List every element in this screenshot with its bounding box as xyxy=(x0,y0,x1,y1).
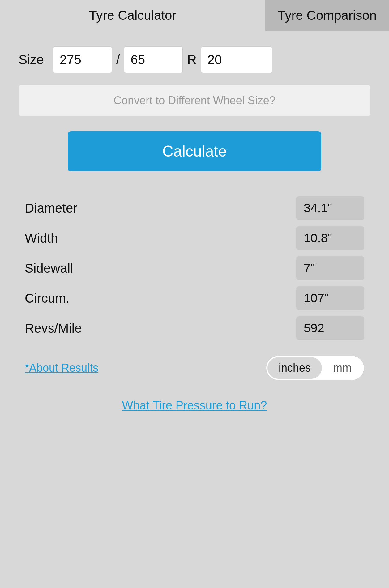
circum-label: Circum. xyxy=(25,291,70,306)
diameter-label: Diameter xyxy=(25,201,77,216)
units-toggle: inches mm xyxy=(266,356,364,380)
units-mm-button[interactable]: mm xyxy=(322,357,363,379)
units-inches-button[interactable]: inches xyxy=(267,357,322,379)
tire-pressure-label: What Tire Pressure to Run? xyxy=(122,399,267,412)
sidewall-value: 7" xyxy=(296,256,364,280)
tire-pressure-link[interactable]: What Tire Pressure to Run? xyxy=(122,399,267,412)
main-content: Size / R Convert to Different Wheel Size… xyxy=(0,31,389,431)
diameter-value: 34.1" xyxy=(296,196,364,220)
result-row-revs: Revs/Mile 592 xyxy=(19,316,370,340)
header-tabs: Tyre Calculator Tyre Comparison xyxy=(0,0,389,31)
result-row-width: Width 10.8" xyxy=(19,226,370,250)
about-results-link[interactable]: *About Results xyxy=(25,361,98,374)
result-row-sidewall: Sidewall 7" xyxy=(19,256,370,280)
size-rim-input[interactable] xyxy=(201,46,272,73)
sidewall-label: Sidewall xyxy=(25,261,73,276)
revs-label: Revs/Mile xyxy=(25,321,82,336)
calculate-button[interactable]: Calculate xyxy=(68,131,321,171)
tab-comparison-label: Tyre Comparison xyxy=(278,8,377,23)
about-results-label: *About Results xyxy=(25,361,98,374)
result-row-diameter: Diameter 34.1" xyxy=(19,196,370,220)
footer-row: *About Results inches mm xyxy=(19,356,370,380)
results-section: Diameter 34.1" Width 10.8" Sidewall 7" C… xyxy=(19,196,370,340)
calculate-button-label: Calculate xyxy=(162,143,227,160)
size-separator: / xyxy=(116,52,120,67)
tab-calculator-label: Tyre Calculator xyxy=(89,8,176,23)
result-row-circum: Circum. 107" xyxy=(19,286,370,310)
circum-value: 107" xyxy=(296,286,364,310)
size-aspect-input[interactable] xyxy=(124,46,183,73)
revs-value: 592 xyxy=(296,316,364,340)
tire-pressure-section: What Tire Pressure to Run? xyxy=(19,399,370,412)
size-width-input[interactable] xyxy=(53,46,112,73)
size-row: Size / R xyxy=(19,46,370,73)
tab-tyre-calculator[interactable]: Tyre Calculator xyxy=(0,0,265,31)
convert-button[interactable]: Convert to Different Wheel Size? xyxy=(19,85,370,116)
size-r-label: R xyxy=(187,52,196,67)
width-value: 10.8" xyxy=(296,226,364,250)
convert-button-label: Convert to Different Wheel Size? xyxy=(113,94,276,107)
mm-label: mm xyxy=(333,361,352,374)
width-label: Width xyxy=(25,231,58,246)
tab-tyre-comparison[interactable]: Tyre Comparison xyxy=(265,0,389,31)
page-wrapper: Tyre Calculator Tyre Comparison Size / R… xyxy=(0,0,389,588)
inches-label: inches xyxy=(279,361,311,374)
size-label: Size xyxy=(19,52,44,67)
